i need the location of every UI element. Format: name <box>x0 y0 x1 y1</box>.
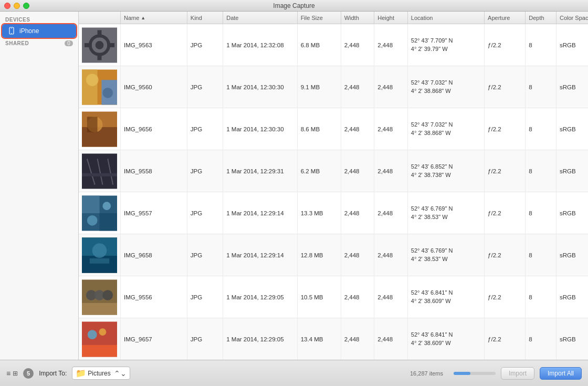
progress-bar-fill <box>454 372 470 375</box>
import-all-button[interactable]: Import All <box>540 367 582 380</box>
cell-depth: 8 <box>526 66 556 108</box>
import-destination[interactable]: 📁 Pictures ⌃⌄ <box>72 367 130 380</box>
destination-stepper[interactable]: ⌃⌄ <box>114 369 127 378</box>
cell-depth: 8 <box>526 234 556 276</box>
cell-depth: 8 <box>526 276 556 318</box>
cell-width: 2,448 <box>341 192 375 234</box>
iphone-icon <box>6 26 17 36</box>
table-row[interactable]: IMG_9557 JPG 1 Mar 2014, 12:29:14 13.3 M… <box>79 192 588 234</box>
col-header-location[interactable]: Location <box>408 12 485 24</box>
cell-name: IMG_9560 <box>121 66 187 108</box>
cell-aperture: ƒ/2.2 <box>485 24 526 66</box>
folder-icon: 📁 <box>76 368 86 378</box>
bottom-view-section: ≡ ⊞ <box>6 369 18 378</box>
svg-rect-1 <box>11 28 13 29</box>
cell-aperture: ƒ/2.2 <box>485 66 526 108</box>
cell-colorspace: sRGB <box>556 66 588 108</box>
cell-kind: JPG <box>187 66 223 108</box>
cell-aperture: ƒ/2.2 <box>485 108 526 150</box>
svg-rect-39 <box>82 302 117 315</box>
maximize-button[interactable] <box>23 3 29 9</box>
col-header-filesize[interactable]: File Size <box>298 12 341 24</box>
cell-kind: JPG <box>187 234 223 276</box>
cell-kind: JPG <box>187 108 223 150</box>
table-row[interactable]: IMG_9657 JPG 1 Mar 2014, 12:29:05 13.4 M… <box>79 318 588 360</box>
close-button[interactable] <box>4 3 10 9</box>
col-header-colorspace[interactable]: Color Space <box>556 12 588 24</box>
table-body[interactable]: IMG_9563 JPG 1 Mar 2014, 12:32:08 6.8 MB… <box>79 24 588 360</box>
cell-width: 2,448 <box>341 318 375 360</box>
grid-view-icon[interactable]: ⊞ <box>13 370 18 377</box>
devices-section-label: DEVICES <box>0 15 78 24</box>
cell-filesize: 10.5 MB <box>298 276 341 318</box>
svg-point-13 <box>86 74 99 86</box>
iphone-label: iPhone <box>19 27 39 35</box>
cell-date: 1 Mar 2014, 12:29:14 <box>223 192 297 234</box>
cell-kind: JPG <box>187 276 223 318</box>
svg-point-33 <box>92 243 107 258</box>
thumbnail-cell <box>79 318 121 360</box>
table-row[interactable]: IMG_9658 JPG 1 Mar 2014, 12:29:14 12.8 M… <box>79 234 588 276</box>
col-header-aperture[interactable]: Aperture <box>485 12 526 24</box>
sort-arrow-name: ▲ <box>141 15 145 20</box>
cell-date: 1 Mar 2014, 12:30:30 <box>223 108 297 150</box>
table-row[interactable]: IMG_9563 JPG 1 Mar 2014, 12:32:08 6.8 MB… <box>79 24 588 66</box>
svg-rect-32 <box>82 255 117 273</box>
cell-name: IMG_9556 <box>121 276 187 318</box>
svg-point-28 <box>87 215 98 225</box>
thumbnail-cell <box>79 108 121 150</box>
table-row[interactable]: IMG_9560 JPG 1 Mar 2014, 12:30:30 9.1 MB… <box>79 66 588 108</box>
cell-date: 1 Mar 2014, 12:29:05 <box>223 276 297 318</box>
table-row[interactable]: IMG_9556 JPG 1 Mar 2014, 12:29:05 10.5 M… <box>79 276 588 318</box>
cell-kind: JPG <box>187 318 223 360</box>
thumbnail-cell <box>79 24 121 66</box>
svg-point-5 <box>96 41 104 49</box>
cell-colorspace: sRGB <box>556 318 588 360</box>
cell-height: 2,448 <box>374 276 408 318</box>
list-view-icon[interactable]: ≡ <box>6 369 10 378</box>
cell-location: 52° 43' 7.709" N 4° 2' 39.79" W <box>408 24 485 66</box>
sidebar: DEVICES iPhone SHARED 0 <box>0 12 79 360</box>
cell-height: 2,448 <box>374 192 408 234</box>
cell-filesize: 8.6 MB <box>298 108 341 150</box>
cell-aperture: ƒ/2.2 <box>485 234 526 276</box>
cell-location: 52° 43' 6.769" N 4° 2' 38.53" W <box>408 192 485 234</box>
svg-rect-34 <box>90 258 109 263</box>
col-header-date[interactable]: Date <box>223 12 297 24</box>
svg-rect-7 <box>98 53 102 60</box>
cell-name: IMG_9656 <box>121 108 187 150</box>
col-header-width[interactable]: Width <box>341 12 375 24</box>
col-header-kind[interactable]: Kind <box>187 12 223 24</box>
import-to-label: Import To: <box>39 370 67 377</box>
cell-aperture: ƒ/2.2 <box>485 192 526 234</box>
table-row[interactable]: IMG_9656 JPG 1 Mar 2014, 12:30:30 8.6 MB… <box>79 108 588 150</box>
cell-name: IMG_9558 <box>121 150 187 192</box>
col-header-depth[interactable]: Depth <box>526 12 556 24</box>
cell-name: IMG_9557 <box>121 192 187 234</box>
main-container: DEVICES iPhone SHARED 0 Name ▲ <box>0 12 588 360</box>
svg-point-2 <box>11 33 12 34</box>
table-row[interactable]: IMG_9558 JPG 1 Mar 2014, 12:29:31 6.2 MB… <box>79 150 588 192</box>
import-button[interactable]: Import <box>501 367 534 380</box>
title-bar: Image Capture <box>0 0 588 12</box>
cell-height: 2,448 <box>374 318 408 360</box>
svg-rect-18 <box>87 117 98 132</box>
bottom-bar: ≡ ⊞ 5 Import To: 📁 Pictures ⌃⌄ 16,287 it… <box>0 360 588 386</box>
col-header-name[interactable]: Name ▲ <box>121 12 187 24</box>
cell-filesize: 12.8 MB <box>298 234 341 276</box>
cell-location: 52° 43' 6.769" N 4° 2' 38.53" W <box>408 234 485 276</box>
cell-location: 52° 43' 6.852" N 4° 2' 38.738" W <box>408 150 485 192</box>
thumbnail-cell <box>79 192 121 234</box>
cell-colorspace: sRGB <box>556 150 588 192</box>
col-header-height[interactable]: Height <box>374 12 408 24</box>
sidebar-item-iphone[interactable]: iPhone <box>2 24 76 38</box>
cell-depth: 8 <box>526 192 556 234</box>
col-header-thumb <box>79 12 121 24</box>
import-folder-name: Pictures <box>88 370 110 377</box>
cell-kind: JPG <box>187 192 223 234</box>
cell-kind: JPG <box>187 150 223 192</box>
minimize-button[interactable] <box>14 3 20 9</box>
thumbnail-cell <box>79 66 121 108</box>
window-controls <box>4 3 29 9</box>
cell-width: 2,448 <box>341 108 375 150</box>
